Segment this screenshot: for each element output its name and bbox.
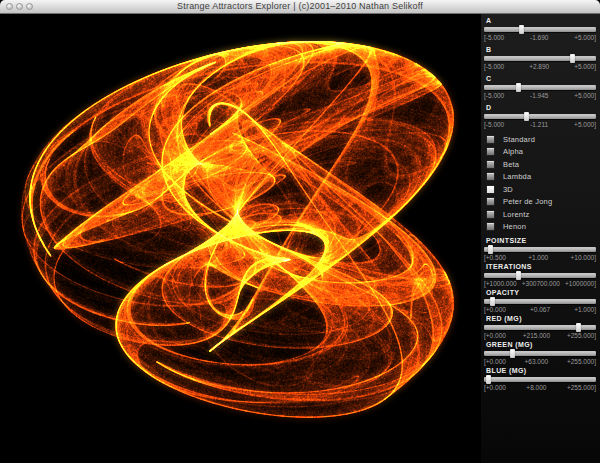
slider-max-value: +1.000] <box>574 306 596 313</box>
slider-group-d: D[-5.000-1.211+5.000] <box>484 104 596 128</box>
slider-max-value: +5.000] <box>574 92 596 99</box>
slider-min-value: [+0.000 <box>484 358 506 365</box>
slider-max-value: +5.000] <box>574 63 596 70</box>
slider-min-value: [+0.500 <box>484 254 506 261</box>
checkbox-peter-de-jong[interactable]: Peter de Jong <box>484 196 596 209</box>
slider-value-value: -1.945 <box>530 92 548 99</box>
slider-value-value: +63.000 <box>525 358 549 365</box>
slider-min-value: [-5.000 <box>484 121 504 128</box>
slider-min-value: [+1000.000 <box>484 280 517 287</box>
slider-thumb[interactable] <box>516 271 521 280</box>
slider-thumb[interactable] <box>524 112 529 121</box>
checkbox-label: Alpha <box>503 147 523 156</box>
checkbox-lorentz[interactable]: Lorentz <box>484 208 596 221</box>
slider-thumb[interactable] <box>490 297 495 306</box>
slider-group-red-mg: RED (MG)[+0.000+215.000+255.000] <box>484 315 596 339</box>
slider-min-value: [+0.000 <box>484 332 506 339</box>
render-sliders: POINTSIZE[+0.500+1.000+10.000]ITERATIONS… <box>484 237 596 391</box>
slider-value-value: +8.000 <box>526 384 546 391</box>
slider-thumb[interactable] <box>488 245 493 254</box>
slider-max-value: +255.000] <box>567 332 596 339</box>
slider-track[interactable] <box>484 351 596 356</box>
checkbox-icon <box>486 210 495 219</box>
slider-value-value: +1.000 <box>528 254 548 261</box>
checkbox-3d[interactable]: 3D <box>484 183 596 196</box>
checkbox-lambda[interactable]: Lambda <box>484 171 596 184</box>
slider-values: [-5.000+2.890+5.000] <box>484 63 596 70</box>
slider-track[interactable] <box>484 325 596 330</box>
checkbox-label: 3D <box>503 185 513 194</box>
slider-max-value: +5.000] <box>574 34 596 41</box>
slider-max-value: +255.000] <box>567 358 596 365</box>
slider-thumb[interactable] <box>510 349 515 358</box>
checkbox-label: Lorentz <box>503 210 529 219</box>
slider-min-value: [+0.000 <box>484 306 506 313</box>
attractor-mode-checkboxes: StandardAlphaBetaLambda3DPeter de JongLo… <box>484 133 596 233</box>
slider-group-pointsize: POINTSIZE[+0.500+1.000+10.000] <box>484 237 596 261</box>
slider-value-value: -1.211 <box>530 121 548 128</box>
slider-label: GREEN (MG) <box>486 341 596 349</box>
slider-value-value: +0.067 <box>530 306 550 313</box>
checkbox-icon <box>486 172 495 181</box>
checkbox-alpha[interactable]: Alpha <box>484 146 596 159</box>
slider-max-value: +255.000] <box>567 384 596 391</box>
slider-value-value: -1.690 <box>530 34 548 41</box>
slider-group-opacity: OPACITY[+0.000+0.067+1.000] <box>484 289 596 313</box>
slider-min-value: [-5.000 <box>484 92 504 99</box>
checkbox-standard[interactable]: Standard <box>484 133 596 146</box>
slider-label: D <box>486 104 596 112</box>
slider-track[interactable] <box>484 85 596 90</box>
slider-label: POINTSIZE <box>486 237 596 245</box>
slider-group-iterations: ITERATIONS[+1000.000+300700.000+1000000] <box>484 263 596 287</box>
checkbox-beta[interactable]: Beta <box>484 158 596 171</box>
checkbox-icon <box>486 147 495 156</box>
slider-label: A <box>486 17 596 25</box>
checkbox-label: Henon <box>503 222 526 231</box>
slider-values: [+0.000+215.000+255.000] <box>484 332 596 339</box>
slider-value-value: +300700.000 <box>522 280 560 287</box>
slider-label: ITERATIONS <box>486 263 596 271</box>
checkbox-henon[interactable]: Henon <box>484 221 596 234</box>
slider-thumb[interactable] <box>570 54 575 63</box>
slider-values: [+0.500+1.000+10.000] <box>484 254 596 261</box>
slider-track[interactable] <box>484 247 596 252</box>
titlebar: Strange Attractors Explorer | (c)2001–20… <box>0 0 600 14</box>
checkbox-label: Lambda <box>503 172 531 181</box>
slider-max-value: +1000000] <box>565 280 596 287</box>
slider-group-a: A[-5.000-1.690+5.000] <box>484 17 596 41</box>
slider-thumb[interactable] <box>519 25 524 34</box>
checkbox-icon <box>486 185 495 194</box>
slider-values: [-5.000-1.690+5.000] <box>484 34 596 41</box>
slider-track[interactable] <box>484 377 596 382</box>
slider-track[interactable] <box>484 27 596 32</box>
slider-min-value: [+0.000 <box>484 384 506 391</box>
slider-thumb[interactable] <box>516 83 521 92</box>
slider-label: B <box>486 46 596 54</box>
slider-group-c: C[-5.000-1.945+5.000] <box>484 75 596 99</box>
slider-label: BLUE (MG) <box>486 367 596 375</box>
attractor-canvas[interactable] <box>0 14 481 463</box>
checkbox-icon <box>486 160 495 169</box>
slider-min-value: [-5.000 <box>484 63 504 70</box>
slider-group-blue-mg: BLUE (MG)[+0.000+8.000+255.000] <box>484 367 596 391</box>
slider-values: [+0.000+0.067+1.000] <box>484 306 596 313</box>
window-title: Strange Attractors Explorer | (c)2001–20… <box>0 0 600 14</box>
checkbox-icon <box>486 197 495 206</box>
checkbox-label: Peter de Jong <box>503 197 552 206</box>
slider-values: [-5.000-1.945+5.000] <box>484 92 596 99</box>
app-window: Strange Attractors Explorer | (c)2001–20… <box>0 0 600 463</box>
slider-track[interactable] <box>484 299 596 304</box>
checkbox-icon <box>486 222 495 231</box>
slider-value-value: +215.000 <box>523 332 550 339</box>
checkbox-label: Standard <box>503 135 535 144</box>
slider-values: [-5.000-1.211+5.000] <box>484 121 596 128</box>
slider-values: [+0.000+8.000+255.000] <box>484 384 596 391</box>
slider-thumb[interactable] <box>576 323 581 332</box>
slider-track[interactable] <box>484 56 596 61</box>
window-content: A[-5.000-1.690+5.000]B[-5.000+2.890+5.00… <box>0 14 600 463</box>
slider-track[interactable] <box>484 273 596 278</box>
slider-group-green-mg: GREEN (MG)[+0.000+63.000+255.000] <box>484 341 596 365</box>
slider-track[interactable] <box>484 114 596 119</box>
slider-thumb[interactable] <box>486 375 491 384</box>
slider-group-b: B[-5.000+2.890+5.000] <box>484 46 596 70</box>
